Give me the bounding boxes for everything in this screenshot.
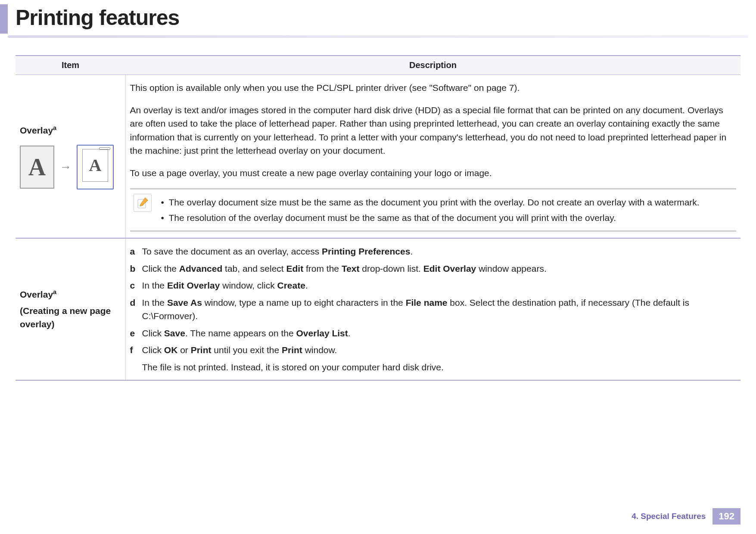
column-header-item: Item bbox=[16, 56, 125, 75]
step-item: b Click the Advanced tab, and select Edi… bbox=[130, 262, 737, 276]
step-letter: b bbox=[130, 262, 142, 276]
item-label: Overlay bbox=[20, 125, 53, 135]
step-letter: f bbox=[130, 343, 142, 357]
item-sup: a bbox=[53, 289, 56, 295]
note-pencil-icon bbox=[134, 194, 152, 212]
step-item: e Click Save. The name appears on the Ov… bbox=[130, 326, 737, 340]
features-table: Item Description Overlaya A → A bbox=[16, 55, 740, 381]
column-header-description: Description bbox=[125, 56, 740, 75]
step-letter: a bbox=[130, 245, 142, 258]
note-box: The overlay document size must be the sa… bbox=[130, 188, 737, 232]
item-sub-label: (Creating a new page overlay) bbox=[20, 304, 121, 331]
step-text: To save the document as an overlay, acce… bbox=[142, 245, 737, 258]
step-text: Click the Advanced tab, and select Edit … bbox=[142, 262, 737, 276]
step-text: In the Save As window, type a name up to… bbox=[142, 296, 737, 323]
item-cell-overlay: Overlaya A → A bbox=[16, 75, 125, 239]
step-text: Click Save. The name appears on the Over… bbox=[142, 326, 737, 340]
table-row: Overlaya (Creating a new page overlay) a… bbox=[16, 238, 740, 380]
description-cell: a To save the document as an overlay, ac… bbox=[125, 238, 740, 380]
step-item: d In the Save As window, type a name up … bbox=[130, 296, 737, 323]
description-cell: This option is available only when you u… bbox=[125, 75, 740, 239]
preview-window-icon: A bbox=[77, 145, 114, 189]
step-text: In the Edit Overlay window, click Create… bbox=[142, 279, 737, 292]
step-text: Click OK or Print until you exit the Pri… bbox=[142, 343, 737, 357]
arrow-right-icon: → bbox=[59, 158, 72, 176]
item-cell-overlay-create: Overlaya (Creating a new page overlay) bbox=[16, 238, 125, 380]
desc-paragraph: An overlay is text and/or images stored … bbox=[130, 103, 737, 158]
note-item: The resolution of the overlay document m… bbox=[159, 211, 700, 225]
page-footer: 4. Special Features 192 bbox=[625, 508, 740, 525]
document-a-icon: A bbox=[20, 146, 54, 189]
item-sup: a bbox=[53, 124, 56, 131]
header-accent-tab bbox=[0, 4, 8, 34]
desc-paragraph: This option is available only when you u… bbox=[130, 81, 737, 95]
page-title: Printing features bbox=[16, 5, 179, 30]
overlay-graphic: A → A bbox=[20, 145, 121, 189]
note-list: The overlay document size must be the sa… bbox=[159, 194, 700, 226]
step-item: a To save the document as an overlay, ac… bbox=[130, 245, 737, 258]
step-followup: The file is not printed. Instead, it is … bbox=[142, 360, 737, 374]
step-item: f Click OK or Print until you exit the P… bbox=[130, 343, 737, 357]
note-item: The overlay document size must be the sa… bbox=[159, 196, 700, 209]
item-label: Overlay bbox=[20, 289, 53, 299]
step-letter: d bbox=[130, 296, 142, 310]
footer-chapter: 4. Special Features bbox=[625, 508, 712, 525]
step-item: c In the Edit Overlay window, click Crea… bbox=[130, 279, 737, 292]
step-letter: e bbox=[130, 326, 142, 340]
step-letter: c bbox=[130, 279, 142, 292]
steps-list: a To save the document as an overlay, ac… bbox=[130, 245, 737, 357]
table-row: Overlaya A → A This option is available … bbox=[16, 75, 740, 239]
desc-paragraph: To use a page overlay, you must create a… bbox=[130, 166, 737, 180]
footer-page-number: 192 bbox=[712, 508, 740, 525]
